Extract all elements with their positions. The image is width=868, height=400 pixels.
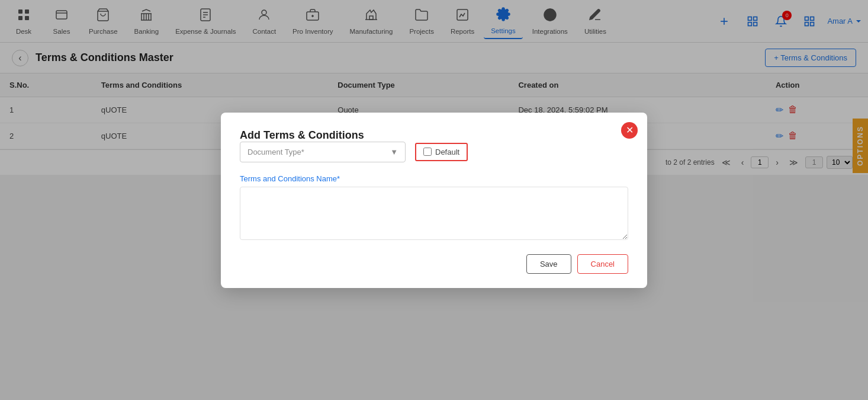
document-type-select[interactable]: Document Type* ▼: [240, 142, 406, 162]
doc-type-placeholder: Document Type*: [247, 148, 304, 156]
modal-form-row: Document Type* ▼ Default: [240, 142, 628, 162]
modal-footer: Save Cancel: [240, 254, 628, 274]
chevron-down-icon: ▼: [390, 148, 398, 156]
cancel-button[interactable]: Cancel: [577, 254, 628, 274]
modal-close-button[interactable]: ✕: [621, 122, 638, 139]
modal-overlay[interactable]: Add Terms & Conditions ✕ Document Type* …: [0, 0, 868, 400]
terms-name-label: Terms and Conditions Name*: [240, 174, 628, 183]
terms-name-textarea[interactable]: [240, 187, 628, 240]
default-label: Default: [435, 148, 459, 156]
add-terms-modal: Add Terms & Conditions ✕ Document Type* …: [221, 113, 647, 288]
default-checkbox-wrapper: Default: [415, 143, 468, 161]
terms-name-field-group: Terms and Conditions Name*: [240, 174, 628, 242]
save-button[interactable]: Save: [526, 254, 571, 274]
modal-title: Add Terms & Conditions: [240, 129, 364, 141]
default-checkbox[interactable]: [423, 148, 432, 156]
